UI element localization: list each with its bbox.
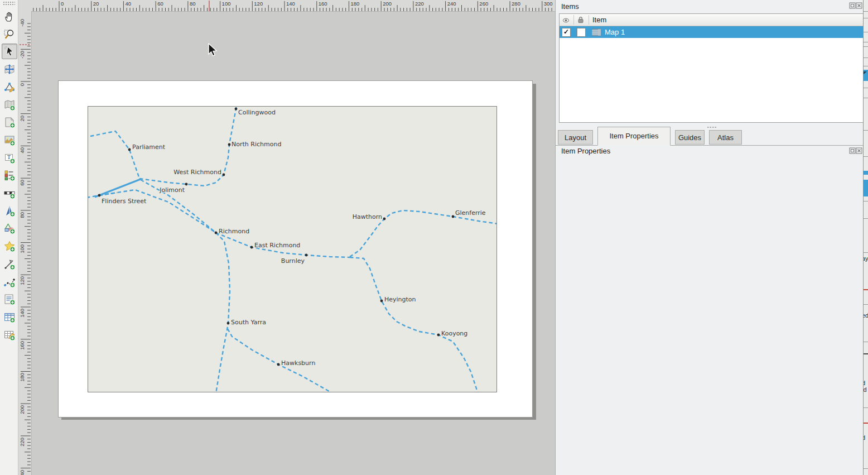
hruler-label: 200 <box>383 1 392 7</box>
add-node-item-button[interactable] <box>2 274 17 290</box>
station-label: Flinders Street <box>102 198 147 205</box>
clipped-text-fragment: d <box>863 434 865 441</box>
station-dot <box>380 300 383 303</box>
hruler-label: 100 <box>222 1 231 7</box>
add-scale-bar-button[interactable] <box>2 185 17 201</box>
add-html-button[interactable] <box>2 291 17 307</box>
station-dot <box>98 194 101 197</box>
item-properties-panel-title: Item Properties <box>561 147 610 155</box>
select-move-item-button[interactable] <box>2 44 17 59</box>
add-north-arrow-icon <box>3 205 16 217</box>
station-dot <box>215 232 218 234</box>
add-legend-button[interactable] <box>2 167 17 183</box>
hruler-label: 20 <box>93 1 99 7</box>
lock-checkbox[interactable] <box>577 28 586 37</box>
rail-line <box>90 131 139 179</box>
add-shape-button[interactable] <box>2 220 17 236</box>
items-list: Item ✓ Map 1 <box>559 13 864 123</box>
edit-nodes-item-button[interactable] <box>2 79 17 95</box>
add-marker-button[interactable] <box>2 238 17 254</box>
vruler-label: 160 <box>19 341 25 350</box>
layout-canvas[interactable]: CollingwoodNorth RichmondParliamentWest … <box>31 11 555 475</box>
station-dot <box>250 246 253 249</box>
station-dot <box>185 183 188 186</box>
toolbar-grip-handle[interactable] <box>3 1 15 5</box>
move-item-content-button[interactable] <box>2 61 17 77</box>
pan-button[interactable] <box>2 8 17 24</box>
item-properties-close-button[interactable] <box>856 147 862 154</box>
clipped-text-fragment: ay <box>863 255 868 262</box>
add-picture-icon <box>3 134 16 146</box>
add-label-button[interactable]: T <box>2 150 17 166</box>
add-attribute-table-button[interactable] <box>2 309 17 325</box>
item-row-label: Map 1 <box>605 28 625 36</box>
station-dot <box>383 218 386 220</box>
add-marker-icon <box>3 240 16 252</box>
add-3d-map-button[interactable] <box>2 114 17 130</box>
visibility-checkbox[interactable]: ✓ <box>562 28 571 37</box>
hruler-label: 40 <box>125 1 131 7</box>
items-column-header: Item <box>592 16 606 24</box>
tab-layout[interactable]: Layout <box>558 130 593 145</box>
vruler-label: 0 <box>19 83 25 86</box>
rail-line <box>99 190 216 233</box>
items-panel-float-button[interactable] <box>849 2 856 9</box>
lock-icon <box>577 16 584 23</box>
vruler-label: 240 <box>19 470 25 475</box>
rail-line <box>216 233 230 392</box>
station-dot <box>305 254 308 257</box>
add-fixed-table-button[interactable] <box>2 327 17 343</box>
page: CollingwoodNorth RichmondParliamentWest … <box>58 80 533 418</box>
hruler-label: 300 <box>544 1 553 7</box>
station-label: North Richmond <box>232 141 281 148</box>
clipped-text-fragment: ed <box>863 312 868 319</box>
hruler-label: 260 <box>479 1 488 7</box>
item-properties-float-button[interactable] <box>849 147 856 154</box>
hruler-label: 80 <box>190 1 196 7</box>
hruler-label: 140 <box>286 1 295 7</box>
hruler-label: 120 <box>254 1 263 7</box>
splitter-grip[interactable] <box>707 126 717 128</box>
items-panel-close-button[interactable] <box>856 2 862 9</box>
map-item-content: CollingwoodNorth RichmondParliamentWest … <box>88 107 496 392</box>
vruler-label: 120 <box>19 276 25 285</box>
add-label-icon: T <box>3 152 16 164</box>
vruler-label: 200 <box>19 405 25 414</box>
hruler-label: 160 <box>319 1 327 7</box>
station-dot <box>235 108 238 111</box>
visibility-eye-icon <box>563 17 569 23</box>
add-arrow-button[interactable] <box>2 256 17 272</box>
hruler-label: 60 <box>157 1 163 7</box>
items-panel-title: Items <box>561 2 579 11</box>
vruler-label: 40 <box>19 147 25 153</box>
hruler-label: 280 <box>512 1 520 7</box>
station-dot <box>437 334 440 337</box>
tab-item-properties[interactable]: Item Properties <box>597 127 671 146</box>
add-map-icon <box>3 99 16 111</box>
ruler-corner <box>18 0 31 12</box>
add-map-button[interactable] <box>2 97 17 113</box>
tab-guides[interactable]: Guides <box>675 130 705 145</box>
station-label: West Richmond <box>173 169 221 176</box>
station-label: East Richmond <box>254 242 300 249</box>
station-dot <box>228 143 231 146</box>
map-item-frame[interactable]: CollingwoodNorth RichmondParliamentWest … <box>88 106 497 392</box>
clipped-text-fragment: id <box>863 386 867 393</box>
tab-atlas[interactable]: Atlas <box>709 130 742 145</box>
right-dock: Items Item ✓ <box>555 0 864 475</box>
station-label: Glenferrie <box>455 209 486 217</box>
add-fixed-table-icon <box>3 329 16 341</box>
item-row-map1[interactable]: ✓ Map 1 <box>560 26 863 38</box>
add-scale-bar-icon <box>3 187 16 199</box>
clipped-text-fragment: d <box>863 380 865 386</box>
add-html-icon <box>3 293 16 305</box>
station-label: Burnley <box>281 257 305 265</box>
station-dot <box>277 363 280 366</box>
add-north-arrow-button[interactable] <box>2 203 17 219</box>
vertical-ruler: -40-20020406080100120140160180200220240 <box>18 11 32 475</box>
zoom-button[interactable] <box>2 26 17 42</box>
add-picture-button[interactable] <box>2 132 17 148</box>
edit-nodes-item-icon <box>3 81 16 93</box>
vruler-label: -40 <box>19 19 25 27</box>
rail-line <box>350 257 478 392</box>
